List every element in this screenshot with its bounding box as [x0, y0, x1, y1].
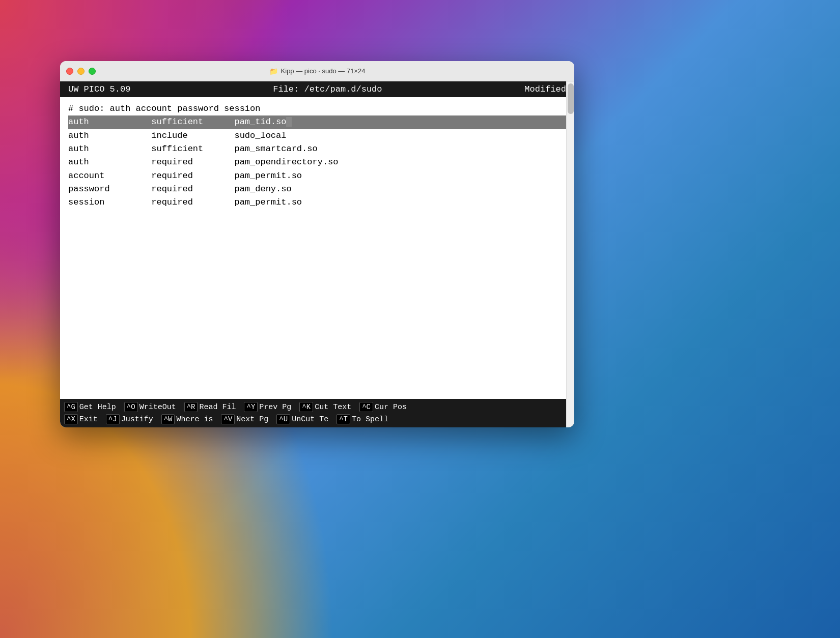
- cmd-exit[interactable]: ^X Exit: [64, 414, 103, 424]
- cmd-label-get-help: Get Help: [79, 403, 116, 412]
- cmd-key-j: ^J: [106, 414, 120, 424]
- traffic-lights: [66, 68, 96, 75]
- cmd-label-where-is: Where is: [176, 415, 213, 424]
- pico-line-3: auth sufficient pam_smartcard.so: [68, 142, 566, 156]
- cmd-get-help[interactable]: ^G Get Help: [64, 402, 121, 412]
- cmd-key-k: ^K: [299, 402, 313, 412]
- cmd-label-justify: Justify: [121, 415, 153, 424]
- cmd-label-next-pg: Next Pg: [236, 415, 268, 424]
- cmd-to-spell[interactable]: ^T To Spell: [337, 414, 394, 424]
- cmd-next-pg[interactable]: ^V Next Pg: [221, 414, 273, 424]
- pico-status: Modified: [524, 84, 566, 94]
- pico-line-1: auth sufficient pam_tid.so: [68, 115, 566, 129]
- cmd-key-c: ^C: [359, 402, 373, 412]
- cmd-key-o: ^O: [124, 402, 138, 412]
- cmd-uncut-te[interactable]: ^U UnCut Te: [276, 414, 333, 424]
- cmd-label-writeout: WriteOut: [139, 403, 176, 412]
- pico-header: UW PICO 5.09 File: /etc/pam.d/sudo Modif…: [60, 81, 574, 97]
- cmd-read-fil[interactable]: ^R Read Fil: [184, 402, 241, 412]
- cmd-key-y: ^Y: [244, 402, 258, 412]
- title-bar: 📁 Kipp — pico · sudo — 71×24: [60, 61, 574, 81]
- close-button[interactable]: [66, 68, 73, 75]
- cmd-key-g: ^G: [64, 402, 78, 412]
- pico-line-6: password required pam_deny.so: [68, 183, 566, 196]
- pico-line-comment: # sudo: auth account password session: [68, 102, 566, 115]
- scrollbar[interactable]: [566, 81, 574, 427]
- cmd-key-u: ^U: [276, 414, 290, 424]
- pico-line-4: auth required pam_opendirectory.so: [68, 156, 566, 169]
- pico-content[interactable]: # sudo: auth account password session au…: [60, 97, 574, 399]
- cmd-key-v: ^V: [221, 414, 235, 424]
- cursor: [286, 117, 291, 127]
- window-title-text: Kipp — pico · sudo — 71×24: [281, 67, 366, 75]
- cmd-label-cut-text: Cut Text: [315, 403, 351, 412]
- selected-line: auth sufficient pam_tid.so: [68, 115, 566, 129]
- cmd-key-x: ^X: [64, 414, 78, 424]
- minimize-button[interactable]: [77, 68, 85, 75]
- cmd-where-is[interactable]: ^W Where is: [161, 414, 218, 424]
- cmd-writeout[interactable]: ^O WriteOut: [124, 402, 181, 412]
- cmd-label-cur-pos: Cur Pos: [375, 403, 407, 412]
- cmd-key-r: ^R: [184, 402, 198, 412]
- window-title: 📁 Kipp — pico · sudo — 71×24: [269, 67, 366, 75]
- editor-area: UW PICO 5.09 File: /etc/pam.d/sudo Modif…: [60, 81, 574, 427]
- terminal-window: 📁 Kipp — pico · sudo — 71×24 UW PICO 5.0…: [60, 61, 574, 427]
- cmd-label-uncut-te: UnCut Te: [292, 415, 328, 424]
- cmd-label-exit: Exit: [79, 415, 98, 424]
- cmd-cut-text[interactable]: ^K Cut Text: [299, 402, 356, 412]
- maximize-button[interactable]: [89, 68, 96, 75]
- pico-line-5: account required pam_permit.so: [68, 169, 566, 183]
- cmd-cur-pos[interactable]: ^C Cur Pos: [359, 402, 412, 412]
- folder-icon: 📁: [269, 67, 278, 75]
- cmd-label-to-spell: To Spell: [352, 415, 388, 424]
- pico-line-7: session required pam_permit.so: [68, 196, 566, 209]
- pico-line-2: auth include sudo_local: [68, 129, 566, 142]
- pico-app-name: UW PICO 5.09: [68, 84, 130, 94]
- cmd-justify[interactable]: ^J Justify: [106, 414, 158, 424]
- pico-footer: ^G Get Help ^O WriteOut ^R Read Fil ^Y P…: [60, 399, 574, 427]
- cmd-key-w: ^W: [161, 414, 175, 424]
- footer-row-2: ^X Exit ^J Justify ^W Where is ^V Next P…: [60, 413, 574, 425]
- cmd-label-read-fil: Read Fil: [199, 403, 236, 412]
- cmd-label-prev-pg: Prev Pg: [259, 403, 291, 412]
- scrollbar-thumb[interactable]: [568, 83, 574, 114]
- cmd-prev-pg[interactable]: ^Y Prev Pg: [244, 402, 296, 412]
- cmd-key-t: ^T: [337, 414, 350, 424]
- pico-file-label: File: /etc/pam.d/sudo: [273, 84, 382, 94]
- footer-row-1: ^G Get Help ^O WriteOut ^R Read Fil ^Y P…: [60, 401, 574, 413]
